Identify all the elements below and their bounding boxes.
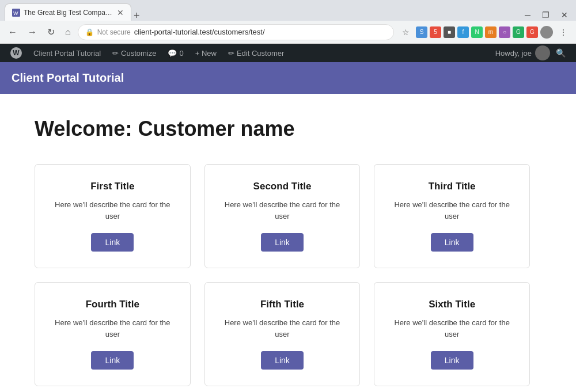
wp-new[interactable]: + New: [190, 44, 222, 62]
wp-admin-bar: W Client Portal Tutorial ✏ Customize 💬 0…: [0, 44, 576, 62]
close-button[interactable]: ✕: [558, 9, 571, 21]
minimize-button[interactable]: ─: [521, 9, 534, 21]
wp-customize[interactable]: ✏ Customize: [107, 44, 162, 62]
comments-icon: 💬: [168, 49, 177, 58]
wp-edit-customer[interactable]: ✏ Edit Customer: [222, 44, 290, 62]
ext-icon-1[interactable]: S: [416, 26, 427, 38]
security-icon: 🔒: [85, 28, 94, 36]
wp-search-icon[interactable]: 🔍: [550, 48, 571, 58]
ext-icon-2[interactable]: 5: [430, 26, 441, 38]
card-desc-1: Here we'll describe the card for the use…: [217, 199, 348, 222]
address-input[interactable]: 🔒 Not secure client-portal-tutorial.test…: [78, 24, 394, 40]
tab-title: The Great Big Test Company – C...: [24, 9, 113, 17]
browser-toolbar: ☆ S 5 ■ f N m ○ G G ⋮: [397, 24, 571, 40]
card-title-1: Second Title: [217, 181, 348, 192]
card-item: Fifth Title Here we'll describe the card…: [204, 282, 361, 386]
site-title: Client Portal Tutorial: [12, 71, 124, 85]
ext-icon-6[interactable]: m: [485, 26, 497, 38]
card-link-button-3[interactable]: Link: [91, 351, 134, 370]
security-label: Not secure: [97, 28, 131, 36]
card-desc-2: Here we'll describe the card for the use…: [386, 199, 518, 222]
main-content: Welcome: Customer name First Title Here …: [0, 94, 576, 392]
card-link-button-0[interactable]: Link: [91, 233, 134, 252]
edit-icon: ✏: [228, 49, 234, 58]
customize-label: Customize: [121, 49, 156, 58]
card-item: Fourth Title Here we'll describe the car…: [35, 282, 191, 386]
card-title-3: Fourth Title: [47, 299, 179, 310]
ext-icon-7[interactable]: ○: [499, 26, 510, 38]
svg-text:W: W: [13, 10, 18, 16]
card-item: Third Title Here we'll describe the card…: [374, 164, 530, 268]
customize-icon: ✏: [112, 49, 119, 58]
wp-comments[interactable]: 💬 0: [162, 44, 189, 62]
cards-grid: First Title Here we'll describe the card…: [35, 164, 530, 386]
wp-admin-right: Howdy, joe 🔍: [495, 45, 571, 60]
card-title-4: Fifth Title: [217, 299, 348, 310]
window-controls: ─ ❐ ✕: [521, 9, 571, 21]
wp-logo-icon: W: [10, 47, 22, 59]
browser-tab[interactable]: W The Great Big Test Company – C... ✕: [5, 3, 131, 21]
new-label: + New: [195, 49, 217, 58]
ext-icon-3[interactable]: ■: [444, 26, 455, 38]
tab-favicon: W: [12, 9, 20, 17]
wp-site-label: Client Portal Tutorial: [33, 49, 101, 58]
card-link-button-1[interactable]: Link: [261, 233, 304, 252]
card-item: Sixth Title Here we'll describe the card…: [374, 282, 530, 386]
new-tab-button[interactable]: +: [134, 10, 140, 21]
profile-icon[interactable]: [540, 26, 553, 39]
ext-icon-4[interactable]: f: [457, 26, 469, 38]
card-item: First Title Here we'll describe the card…: [35, 164, 191, 268]
card-link-button-5[interactable]: Link: [431, 351, 473, 370]
tab-bar: W The Great Big Test Company – C... ✕ + …: [0, 0, 576, 21]
site-header: Client Portal Tutorial: [0, 62, 576, 94]
maximize-button[interactable]: ❐: [539, 9, 553, 21]
card-desc-4: Here we'll describe the card for the use…: [217, 317, 348, 340]
forward-button[interactable]: →: [24, 25, 40, 40]
card-desc-5: Here we'll describe the card for the use…: [386, 317, 518, 340]
card-title-2: Third Title: [386, 181, 518, 192]
url-text: client-portal-tutorial.test/customers/te…: [134, 28, 265, 36]
reload-button[interactable]: ↻: [44, 24, 58, 40]
welcome-heading: Welcome: Customer name: [35, 117, 541, 141]
ext-icon-5[interactable]: N: [471, 26, 483, 38]
home-button[interactable]: ⌂: [62, 25, 74, 40]
menu-button[interactable]: ⋮: [555, 24, 571, 40]
user-avatar[interactable]: [535, 45, 550, 60]
ext-icon-9[interactable]: G: [526, 26, 538, 38]
browser-frame: W The Great Big Test Company – C... ✕ + …: [0, 0, 576, 392]
tab-close-button[interactable]: ✕: [117, 8, 124, 17]
edit-label: Edit Customer: [237, 49, 284, 58]
wp-site-name[interactable]: Client Portal Tutorial: [28, 44, 107, 62]
card-desc-0: Here we'll describe the card for the use…: [47, 199, 179, 222]
comments-count: 0: [179, 49, 183, 58]
card-link-button-4[interactable]: Link: [261, 351, 304, 370]
howdy-text: Howdy, joe: [495, 49, 532, 58]
ext-icon-8[interactable]: G: [513, 26, 524, 38]
card-title-0: First Title: [47, 181, 179, 192]
address-bar: ← → ↻ ⌂ 🔒 Not secure client-portal-tutor…: [0, 21, 576, 44]
bookmark-button[interactable]: ☆: [397, 24, 414, 40]
card-link-button-2[interactable]: Link: [431, 233, 473, 252]
wp-logo-item[interactable]: W: [5, 44, 28, 62]
back-button[interactable]: ←: [5, 25, 21, 40]
card-item: Second Title Here we'll describe the car…: [204, 164, 361, 268]
card-title-5: Sixth Title: [386, 299, 518, 310]
card-desc-3: Here we'll describe the card for the use…: [47, 317, 179, 340]
